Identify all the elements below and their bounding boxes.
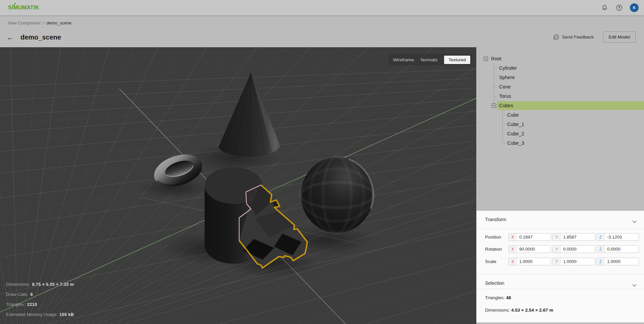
notifications-bell-icon[interactable] <box>600 4 608 12</box>
viewport-3d[interactable]: Wireframe Normals Textured Dimensions:8.… <box>0 47 476 324</box>
stat-draw-calls: Draw Calls:6 <box>6 292 74 298</box>
tree-item-cube[interactable]: Cube <box>507 111 519 119</box>
simumatik-logo[interactable]: SIMUMATIK <box>5 5 39 11</box>
tree-item-cube-2[interactable]: Cube_2 <box>507 129 524 138</box>
top-app-bar: SIMUMATIK ? K <box>0 0 644 15</box>
page-header: New Component / demo_scene ← demo_scene … <box>0 15 644 47</box>
axis-z-label: Z <box>597 234 605 241</box>
tree-item-label: Sphere <box>499 75 515 80</box>
position-z-input[interactable] <box>605 234 639 241</box>
title-row: ← demo_scene <box>7 31 61 43</box>
collapse-expander-icon[interactable] <box>492 104 496 108</box>
topbar-actions: ? K <box>600 3 639 12</box>
scene-tree-panel: Root Cylinder Sphere Cone Torus Cubes Cu… <box>476 47 644 211</box>
scene-stats: Dimensions:8.75 × 5.35 × 7.33 m Draw Cal… <box>6 282 74 318</box>
tree-item-label: Root <box>491 56 501 61</box>
position-y-field: Y <box>552 233 595 241</box>
tree-item-cube-1[interactable]: Cube_1 <box>507 120 524 129</box>
chevron-down-icon[interactable] <box>632 218 637 224</box>
selection-dimensions: Dimensions: 4.53 × 2.54 × 2.67 m <box>485 308 553 313</box>
position-x-input[interactable] <box>517 234 551 241</box>
rotation-x-input[interactable] <box>517 246 551 253</box>
collapse-expander-icon[interactable] <box>484 57 488 61</box>
divider <box>477 289 644 289</box>
help-icon[interactable]: ? <box>615 4 623 12</box>
tree-item-label: Cube_2 <box>507 131 524 136</box>
sphere-mesh[interactable] <box>301 157 373 233</box>
axis-y-label: Y <box>553 246 561 253</box>
selection-section-header[interactable]: Selection <box>477 274 644 292</box>
tree-item-label: Cube <box>507 112 519 118</box>
tree-item-root[interactable]: Root <box>484 54 501 63</box>
tree-connector-line <box>502 115 506 115</box>
tree-item-label: Cube_1 <box>507 122 524 127</box>
axis-y-label: Y <box>553 234 561 241</box>
selection-section-title: Selection <box>485 280 504 286</box>
scale-z-input[interactable] <box>605 258 639 265</box>
mode-wireframe-button[interactable]: Wireframe <box>393 57 414 62</box>
svg-text:?: ? <box>618 6 620 10</box>
scale-x-field: X <box>508 258 551 265</box>
tree-item-cubes-selected[interactable]: Cubes <box>492 101 513 110</box>
tree-item-cube-3[interactable]: Cube_3 <box>507 139 524 147</box>
scale-z-field: Z <box>596 258 639 265</box>
tree-selected-highlight <box>497 101 644 110</box>
tree-connector-line <box>494 68 497 68</box>
scale-y-input[interactable] <box>561 258 595 265</box>
edit-model-button[interactable]: Edit Model <box>603 31 636 43</box>
send-feedback-button[interactable]: Send Feedback <box>553 31 594 43</box>
mode-textured-button[interactable]: Textured <box>444 56 470 64</box>
feedback-bubble-icon <box>553 34 559 40</box>
page-title: demo_scene <box>20 34 61 41</box>
axis-x-label: X <box>509 246 517 253</box>
axis-z-label: Z <box>597 258 605 265</box>
properties-panel: Transform Position X Y Z Rotation X Y <box>476 211 644 323</box>
tree-connector-line <box>502 124 506 125</box>
rotation-x-field: X <box>508 245 551 253</box>
position-row-label: Position <box>485 235 507 240</box>
avatar-initial: K <box>633 6 636 10</box>
tree-connector-line <box>494 77 497 78</box>
tree-item-torus[interactable]: Torus <box>499 92 511 101</box>
breadcrumb-current: demo_scene <box>46 20 71 25</box>
send-feedback-label: Send Feedback <box>562 35 594 40</box>
tree-connector-line <box>502 143 506 143</box>
tree-item-cylinder[interactable]: Cylinder <box>499 64 517 72</box>
tree-connector-line <box>502 134 506 134</box>
position-y-input[interactable] <box>561 234 595 241</box>
scale-y-field: Y <box>552 258 595 265</box>
logo-leaf-icon <box>13 3 16 6</box>
tree-item-label: Cube_3 <box>507 140 524 146</box>
scale-x-input[interactable] <box>517 258 551 265</box>
tree-item-sphere[interactable]: Sphere <box>499 73 515 82</box>
tree-connector-line <box>494 87 497 87</box>
tree-item-label: Torus <box>499 93 511 99</box>
user-avatar[interactable]: K <box>630 3 639 12</box>
selection-triangles: Triangles: 48 <box>485 295 511 300</box>
stat-triangles: Triangles:2210 <box>6 302 74 308</box>
axis-x-label: X <box>509 258 517 265</box>
back-arrow-icon[interactable]: ← <box>7 34 14 41</box>
divider <box>477 229 644 229</box>
transform-section-title: Transform <box>485 217 506 222</box>
rotation-y-field: Y <box>552 245 595 253</box>
tree-connector-line <box>494 96 497 96</box>
stat-dimensions: Dimensions:8.75 × 5.35 × 7.33 m <box>6 282 74 288</box>
mode-normals-button[interactable]: Normals <box>421 57 437 62</box>
stat-memory: Estimated Memory Usage:155 kB <box>6 312 74 318</box>
transform-section-header[interactable]: Transform <box>477 211 644 229</box>
axis-y-label: Y <box>553 258 561 265</box>
tree-item-cone[interactable]: Cone <box>499 82 511 91</box>
breadcrumb: New Component / demo_scene <box>8 20 71 25</box>
position-z-field: Z <box>596 233 639 241</box>
chevron-down-icon[interactable] <box>632 282 637 288</box>
tree-item-label: Cylinder <box>499 65 517 71</box>
tree-item-label: Cone <box>499 84 511 89</box>
rotation-row-label: Rotation <box>485 247 507 252</box>
breadcrumb-separator: / <box>43 20 44 25</box>
breadcrumb-parent[interactable]: New Component <box>8 20 41 25</box>
rotation-y-input[interactable] <box>561 246 595 253</box>
app-page: SIMUMATIK ? K <box>0 0 644 324</box>
view-mode-strip: Wireframe Normals Textured <box>388 54 472 65</box>
rotation-z-input[interactable] <box>605 246 639 253</box>
